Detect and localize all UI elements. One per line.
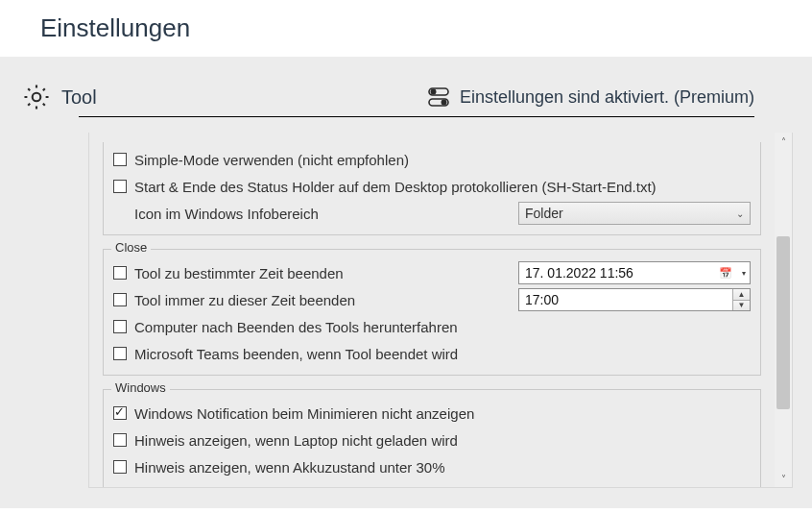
option-label: Tool zu bestimmter Zeit beenden (134, 265, 344, 281)
section-name: Tool (61, 86, 97, 109)
scrollbar-thumb[interactable] (776, 236, 790, 409)
checkbox[interactable] (113, 293, 127, 306)
status-text: Einstellungen sind aktiviert. (Premium) (460, 87, 754, 108)
settings-panel: Simple-Mode verwenden (nicht empfohlen) … (88, 133, 793, 488)
opt-log-start-end[interactable]: Start & Ende des Status Holder auf dem D… (113, 173, 751, 200)
option-label: Computer nach Beenden des Tools herunter… (134, 319, 458, 335)
time-value: 17:00 (525, 292, 559, 307)
calendar-icon: 📅 (719, 267, 732, 280)
opt-always-end-at[interactable]: Tool immer zu dieser Zeit beenden 17:00 … (113, 286, 751, 313)
option-label: Start & Ende des Status Holder auf dem D… (134, 179, 657, 195)
section-header: Tool Einstellungen sind aktiviert. (Prem… (21, 82, 812, 112)
opt-battery-below-30[interactable]: Hinweis anzeigen, wenn Akkuzustand unter… (113, 453, 751, 480)
option-label: Tool immer zu dieser Zeit beenden (134, 292, 355, 308)
scrollbar-track[interactable] (776, 150, 790, 470)
checkbox[interactable] (113, 320, 127, 333)
header-divider (79, 116, 754, 117)
scroll-down-icon[interactable]: ˅ (775, 470, 792, 487)
select-value: Folder (525, 206, 563, 221)
checkbox[interactable] (113, 266, 127, 280)
checkbox[interactable] (113, 153, 127, 166)
scroll-up-icon[interactable]: ˄ (775, 133, 792, 150)
checkbox[interactable] (113, 347, 127, 360)
option-label: Simple-Mode verwenden (nicht empfohlen) (134, 152, 409, 168)
opt-tray-icon: Icon im Windows Infobereich Folder ⌄ (113, 200, 751, 227)
option-label: Microsoft Teams beenden, wenn Tool beend… (134, 346, 458, 362)
spinner[interactable]: ▲ ▼ (732, 289, 750, 310)
checkbox[interactable] (113, 180, 127, 193)
chevron-down-icon: ⌄ (736, 208, 744, 219)
group-legend: Windows (111, 380, 170, 395)
spinner-up-icon[interactable]: ▲ (733, 289, 750, 301)
opt-laptop-not-charging[interactable]: Hinweis anzeigen, wenn Laptop nicht gela… (113, 427, 751, 453)
vertical-scrollbar[interactable]: ˄ ˅ (775, 133, 792, 487)
option-label: Windows Notification beim Minimieren nic… (134, 405, 474, 422)
option-label: Icon im Windows Infobereich (134, 206, 319, 222)
settings-body: Tool Einstellungen sind aktiviert. (Prem… (0, 57, 812, 508)
opt-end-at-time[interactable]: Tool zu bestimmter Zeit beenden 17. 01.2… (113, 259, 751, 286)
svg-point-2 (431, 89, 435, 93)
gear-icon (21, 82, 52, 112)
opt-quit-teams[interactable]: Microsoft Teams beenden, wenn Tool beend… (113, 340, 751, 367)
svg-point-0 (33, 93, 41, 102)
option-label: Hinweis anzeigen, wenn Akkuzustand unter… (134, 459, 445, 476)
group-legend: Close (111, 240, 151, 255)
datetime-value: 17. 01.2022 11:56 (525, 265, 633, 281)
page-title: Einstellungen (0, 0, 812, 57)
checkbox[interactable] (113, 433, 127, 447)
end-at-datetime-picker[interactable]: 17. 01.2022 11:56 📅 ▾ (518, 261, 751, 284)
chevron-down-icon: ▾ (742, 269, 746, 278)
toggle-icon (427, 86, 450, 108)
checkbox[interactable] (113, 406, 127, 420)
opt-simple-mode[interactable]: Simple-Mode verwenden (nicht empfohlen) (113, 146, 751, 173)
svg-point-4 (442, 100, 445, 104)
option-label: Hinweis anzeigen, wenn Laptop nicht gela… (134, 432, 458, 449)
settings-scroll-area: Simple-Mode verwenden (nicht empfohlen) … (89, 133, 775, 487)
group-general: Simple-Mode verwenden (nicht empfohlen) … (103, 142, 761, 235)
group-windows: Windows Windows Notification beim Minimi… (103, 389, 761, 487)
group-close: Close Tool zu bestimmter Zeit beenden 17… (103, 249, 761, 376)
tray-icon-select[interactable]: Folder ⌄ (518, 202, 751, 225)
always-end-time-input[interactable]: 17:00 ▲ ▼ (518, 288, 751, 311)
checkbox[interactable] (113, 460, 127, 474)
spinner-down-icon[interactable]: ▼ (733, 301, 750, 311)
opt-no-min-notif[interactable]: Windows Notification beim Minimieren nic… (113, 400, 751, 427)
opt-shutdown-after[interactable]: Computer nach Beenden des Tools herunter… (113, 313, 751, 340)
